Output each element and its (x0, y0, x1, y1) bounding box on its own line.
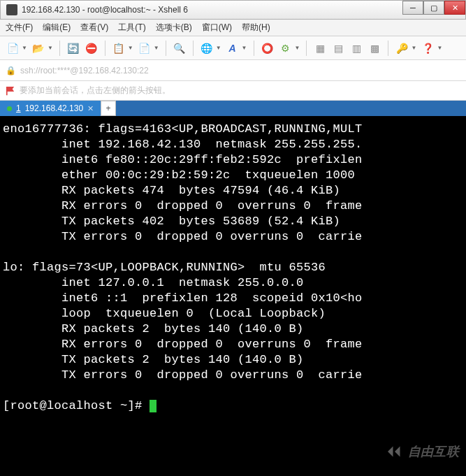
term-line: lo: flags=73<UP,LOOPBACK,RUNNING> mtu 65… (3, 261, 326, 274)
toolbar: 📄▼ 📂▼ 🔄 ⛔ 📋▼ 📄▼ 🔍 🌐▼ A▼ ⭕ ⚙▼ ▦ ▤ ▥ ▩ 🔑▼ … (0, 36, 466, 60)
dropdown-icon[interactable]: ▼ (437, 45, 442, 51)
cascade-icon[interactable]: ▤ (331, 41, 345, 55)
prompt: [root@localhost ~]# (3, 399, 150, 412)
menu-help[interactable]: 帮助(H) (242, 22, 270, 34)
window-titlebar: 192.168.42.130 - root@localhost:~ - Xshe… (0, 0, 466, 20)
menu-file[interactable]: 文件(F) (6, 22, 33, 34)
cursor (150, 400, 156, 412)
menu-view[interactable]: 查看(V) (80, 22, 108, 34)
xftp-icon[interactable]: ⭕ (261, 41, 275, 55)
dropdown-icon[interactable]: ▼ (48, 45, 53, 51)
reconnect-icon[interactable]: 🔄 (66, 41, 80, 55)
separator (306, 41, 307, 56)
dropdown-icon[interactable]: ▼ (128, 45, 133, 51)
copy-icon[interactable]: 📋 (112, 41, 126, 55)
flag-icon[interactable] (6, 86, 15, 96)
hint-text: 要添加当前会话，点击左侧的箭头按钮。 (20, 85, 170, 96)
term-line: ether 00:0c:29:b2:59:2c txqueuelen 1000 (3, 168, 363, 182)
disconnect-icon[interactable]: ⛔ (85, 41, 99, 55)
dropdown-icon[interactable]: ▼ (295, 45, 300, 51)
term-line: inet 192.168.42.130 netmask 255.255.255. (3, 138, 363, 151)
window-controls: ─ ▢ ✕ (402, 1, 465, 19)
term-line: inet 127.0.0.1 netmask 255.0.0.0 (3, 276, 304, 289)
term-line: RX packets 474 bytes 47594 (46.4 KiB) (3, 184, 340, 197)
term-line: eno16777736: flags=4163<UP,BROADCAST,RUN… (3, 122, 363, 136)
dropdown-icon[interactable]: ▼ (411, 45, 416, 51)
term-line: inet6 fe80::20c:29ff:feb2:592c prefixlen (3, 153, 363, 166)
paste-icon[interactable]: 📄 (138, 41, 152, 55)
separator (166, 41, 166, 56)
close-button[interactable]: ✕ (444, 1, 465, 15)
menu-edit[interactable]: 编辑(E) (43, 22, 71, 34)
term-line: RX packets 2 bytes 140 (140.0 B) (3, 322, 304, 336)
dropdown-icon[interactable]: ▼ (154, 45, 159, 51)
menu-tools[interactable]: 工具(T) (118, 22, 145, 34)
watermark: 自由互联 (384, 441, 459, 462)
window-title: 192.168.42.130 - root@localhost:~ - Xshe… (22, 5, 402, 15)
separator (105, 41, 105, 56)
watermark-text: 自由互联 (408, 444, 459, 459)
separator (388, 41, 388, 56)
session-tab[interactable]: 1 192.168.42.130 ✕ (0, 101, 101, 116)
lock-icon: 🔒 (6, 66, 16, 75)
new-session-icon[interactable]: 📄 (6, 41, 20, 55)
globe-icon[interactable]: 🌐 (200, 41, 214, 55)
terminal[interactable]: eno16777736: flags=4163<UP,BROADCAST,RUN… (0, 116, 466, 476)
maximize-button[interactable]: ▢ (423, 1, 444, 15)
tab-bar: 1 192.168.42.130 ✕ + (0, 101, 466, 116)
connected-indicator-icon (7, 106, 12, 111)
tile-icon[interactable]: ▦ (313, 41, 327, 55)
app-icon (6, 4, 17, 15)
dropdown-icon[interactable]: ▼ (242, 45, 247, 51)
term-line: inet6 ::1 prefixlen 128 scopeid 0x10<ho (3, 291, 363, 305)
add-tab-button[interactable]: + (101, 101, 116, 116)
menubar: 文件(F) 编辑(E) 查看(V) 工具(T) 选项卡(B) 窗口(W) 帮助(… (0, 20, 466, 36)
minimize-button[interactable]: ─ (402, 1, 423, 15)
term-line: TX packets 2 bytes 140 (140.0 B) (3, 353, 304, 366)
term-line: RX errors 0 dropped 0 overruns 0 frame (3, 199, 363, 212)
grid-icon[interactable]: ▩ (367, 41, 381, 55)
find-icon[interactable]: 🔍 (173, 41, 187, 55)
help-icon[interactable]: ❓ (421, 41, 435, 55)
dropdown-icon[interactable]: ▼ (22, 45, 27, 51)
menu-tabs[interactable]: 选项卡(B) (156, 22, 192, 34)
term-line: loop txqueuelen 0 (Local Loopback) (3, 307, 326, 320)
dropdown-icon[interactable]: ▼ (216, 45, 221, 51)
tab-index: 1 (16, 103, 21, 113)
tab-label: 192.168.42.130 (25, 103, 83, 113)
font-icon[interactable]: A (226, 41, 240, 55)
separator (254, 41, 254, 56)
properties-icon[interactable]: ⚙ (279, 41, 293, 55)
key-icon[interactable]: 🔑 (395, 41, 409, 55)
arrange-icon[interactable]: ▥ (349, 41, 363, 55)
address-text[interactable]: ssh://root:****@192.168.42.130:22 (20, 66, 149, 75)
term-line: TX errors 0 dropped 0 overruns 0 carrie (3, 230, 363, 243)
menu-window[interactable]: 窗口(W) (202, 22, 232, 34)
hint-bar: 要添加当前会话，点击左侧的箭头按钮。 (0, 81, 466, 101)
separator (193, 41, 194, 56)
tab-close-icon[interactable]: ✕ (87, 104, 94, 113)
term-line: RX errors 0 dropped 0 overruns 0 frame (3, 338, 363, 351)
term-line: TX errors 0 dropped 0 overruns 0 carrie (3, 368, 363, 382)
open-icon[interactable]: 📂 (31, 41, 45, 55)
address-bar: 🔒 ssh://root:****@192.168.42.130:22 (0, 60, 466, 81)
separator (59, 41, 60, 56)
term-line: TX packets 402 bytes 53689 (52.4 KiB) (3, 215, 340, 228)
